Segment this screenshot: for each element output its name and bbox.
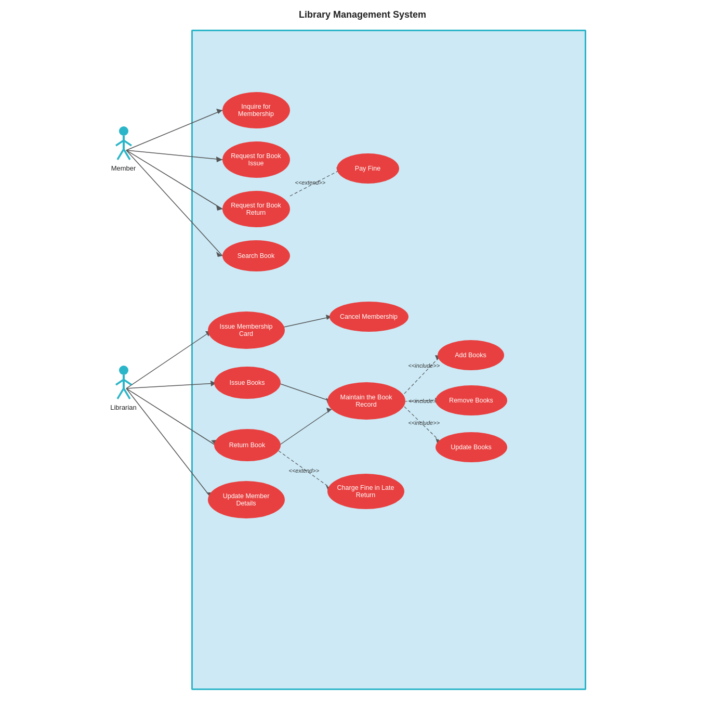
librarian-icon [113, 365, 134, 401]
svg-line-34 [116, 140, 124, 146]
usecase-issuemembership[interactable]: Issue MembershipCard [208, 311, 285, 349]
usecase-bookissue[interactable]: Request for BookIssue [222, 141, 290, 178]
include-label-2: <<include>> [408, 398, 440, 404]
actor-librarian: Librarian [103, 365, 144, 411]
usecase-removebooks[interactable]: Remove Books [436, 385, 507, 415]
usecase-payfine[interactable]: Pay Fine [337, 153, 399, 184]
extend-label-2: <<extend>> [289, 467, 320, 474]
svg-line-37 [124, 149, 130, 160]
usecase-addbooks[interactable]: Add Books [438, 340, 504, 370]
usecase-updatebooks[interactable]: Update Books [436, 432, 507, 462]
svg-line-43 [124, 388, 130, 399]
include-label-1: <<include>> [408, 362, 440, 369]
extend-label-1: <<extend>> [295, 179, 326, 186]
member-label: Member [111, 164, 136, 172]
system-box [191, 30, 586, 690]
svg-point-38 [119, 366, 128, 375]
svg-line-42 [117, 388, 124, 399]
usecase-maintainbook[interactable]: Maintain the BookRecord [327, 382, 405, 420]
usecase-cancelm[interactable]: Cancel Membership [329, 302, 408, 332]
svg-line-40 [116, 380, 124, 385]
usecase-inquire[interactable]: Inquire forMembership [222, 92, 290, 128]
svg-line-35 [124, 140, 131, 146]
page-title: Library Management System [0, 0, 725, 24]
svg-line-36 [117, 149, 124, 160]
svg-point-32 [119, 126, 128, 136]
usecase-issuebooks[interactable]: Issue Books [214, 367, 281, 399]
svg-line-41 [124, 380, 131, 385]
diagram-container: <<extend>> <<extend>> <<include>> <<incl… [77, 24, 649, 706]
librarian-label: Librarian [110, 404, 137, 411]
member-icon [113, 126, 134, 162]
include-label-3: <<include>> [408, 420, 440, 426]
usecase-updatedetails[interactable]: Update MemberDetails [208, 481, 285, 518]
usecase-bookreturn[interactable]: Request for BookReturn [222, 191, 290, 227]
usecase-chargefine[interactable]: Charge Fine in LateReturn [327, 474, 404, 509]
usecase-returnbook[interactable]: Return Book [214, 429, 281, 461]
actor-member: Member [103, 126, 144, 172]
usecase-searchbook[interactable]: Search Book [222, 240, 290, 271]
